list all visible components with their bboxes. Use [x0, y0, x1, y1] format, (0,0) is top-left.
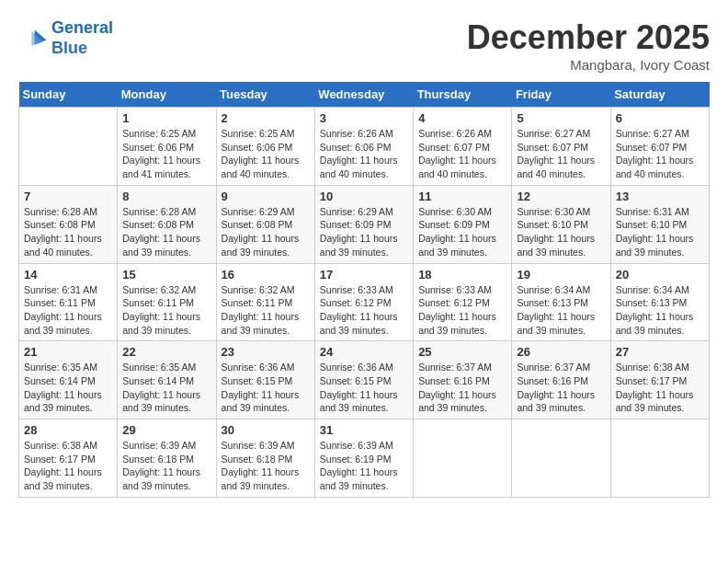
calendar-cell: 20Sunrise: 6:34 AM Sunset: 6:13 PM Dayli…	[610, 263, 709, 341]
day-info: Sunrise: 6:30 AM Sunset: 6:09 PM Dayligh…	[418, 205, 506, 259]
weekday-header: Thursday	[414, 82, 512, 108]
calendar-cell: 24Sunrise: 6:36 AM Sunset: 6:15 PM Dayli…	[314, 341, 413, 419]
calendar-cell: 18Sunrise: 6:33 AM Sunset: 6:12 PM Dayli…	[414, 263, 512, 341]
day-number: 6	[616, 111, 704, 125]
day-number: 25	[418, 345, 506, 359]
day-info: Sunrise: 6:30 AM Sunset: 6:10 PM Dayligh…	[517, 205, 605, 259]
calendar-cell: 7Sunrise: 6:28 AM Sunset: 6:08 PM Daylig…	[19, 185, 118, 263]
day-info: Sunrise: 6:26 AM Sunset: 6:06 PM Dayligh…	[320, 127, 408, 181]
calendar-cell	[414, 419, 512, 498]
calendar-week-row: 28Sunrise: 6:38 AM Sunset: 6:17 PM Dayli…	[19, 419, 710, 498]
logo: General Blue	[18, 18, 113, 58]
month-title: December 2025	[467, 18, 710, 57]
day-number: 26	[517, 345, 605, 359]
calendar-cell: 16Sunrise: 6:32 AM Sunset: 6:11 PM Dayli…	[216, 263, 314, 341]
calendar-cell: 21Sunrise: 6:35 AM Sunset: 6:14 PM Dayli…	[19, 341, 118, 419]
logo-icon	[18, 24, 48, 53]
calendar-cell: 2Sunrise: 6:25 AM Sunset: 6:06 PM Daylig…	[216, 108, 314, 186]
day-info: Sunrise: 6:32 AM Sunset: 6:11 PM Dayligh…	[222, 283, 310, 338]
weekday-header: Monday	[118, 82, 216, 108]
calendar-cell: 6Sunrise: 6:27 AM Sunset: 6:07 PM Daylig…	[610, 108, 709, 186]
day-info: Sunrise: 6:28 AM Sunset: 6:08 PM Dayligh…	[24, 205, 112, 259]
day-number: 29	[122, 423, 210, 437]
day-info: Sunrise: 6:31 AM Sunset: 6:10 PM Dayligh…	[616, 205, 704, 259]
calendar-cell	[610, 419, 709, 498]
day-number: 10	[320, 190, 408, 203]
day-number: 30	[222, 423, 310, 437]
page-header: General Blue December 2025 Mangbara, Ivo…	[18, 18, 710, 73]
calendar-cell: 22Sunrise: 6:35 AM Sunset: 6:14 PM Dayli…	[118, 341, 216, 419]
weekday-header: Tuesday	[216, 82, 314, 108]
calendar-week-row: 21Sunrise: 6:35 AM Sunset: 6:14 PM Dayli…	[19, 341, 710, 419]
weekday-row: SundayMondayTuesdayWednesdayThursdayFrid…	[19, 82, 710, 108]
day-number: 11	[418, 190, 506, 203]
day-number: 22	[122, 345, 210, 359]
calendar-cell: 1Sunrise: 6:25 AM Sunset: 6:06 PM Daylig…	[118, 108, 216, 186]
calendar-cell: 4Sunrise: 6:26 AM Sunset: 6:07 PM Daylig…	[414, 108, 512, 186]
day-number: 18	[418, 268, 506, 282]
calendar-week-row: 7Sunrise: 6:28 AM Sunset: 6:08 PM Daylig…	[19, 185, 710, 263]
weekday-header: Saturday	[610, 82, 709, 108]
day-info: Sunrise: 6:25 AM Sunset: 6:06 PM Dayligh…	[222, 127, 310, 181]
calendar-cell: 15Sunrise: 6:32 AM Sunset: 6:11 PM Dayli…	[118, 263, 216, 341]
day-number: 23	[222, 345, 310, 359]
day-info: Sunrise: 6:29 AM Sunset: 6:08 PM Dayligh…	[222, 205, 310, 259]
calendar-cell: 31Sunrise: 6:39 AM Sunset: 6:19 PM Dayli…	[314, 419, 413, 498]
calendar-cell: 26Sunrise: 6:37 AM Sunset: 6:16 PM Dayli…	[512, 341, 610, 419]
day-number: 7	[24, 190, 112, 203]
day-number: 27	[616, 345, 704, 359]
calendar-cell: 25Sunrise: 6:37 AM Sunset: 6:16 PM Dayli…	[414, 341, 512, 419]
day-number: 16	[222, 268, 310, 282]
day-number: 19	[517, 268, 605, 282]
day-info: Sunrise: 6:32 AM Sunset: 6:11 PM Dayligh…	[122, 283, 210, 338]
day-number: 12	[517, 190, 605, 203]
calendar-cell: 30Sunrise: 6:39 AM Sunset: 6:18 PM Dayli…	[216, 419, 314, 498]
day-number: 4	[418, 111, 506, 125]
day-number: 20	[616, 268, 704, 282]
day-number: 1	[122, 111, 210, 125]
day-info: Sunrise: 6:33 AM Sunset: 6:12 PM Dayligh…	[320, 283, 408, 338]
day-number: 9	[222, 190, 310, 203]
calendar-cell	[512, 419, 610, 498]
calendar-cell: 12Sunrise: 6:30 AM Sunset: 6:10 PM Dayli…	[512, 185, 610, 263]
title-block: December 2025 Mangbara, Ivory Coast	[467, 18, 710, 73]
calendar-cell: 3Sunrise: 6:26 AM Sunset: 6:06 PM Daylig…	[314, 108, 413, 186]
calendar-cell: 13Sunrise: 6:31 AM Sunset: 6:10 PM Dayli…	[610, 185, 709, 263]
day-info: Sunrise: 6:36 AM Sunset: 6:15 PM Dayligh…	[320, 361, 408, 415]
weekday-header: Sunday	[19, 82, 118, 108]
calendar-cell: 5Sunrise: 6:27 AM Sunset: 6:07 PM Daylig…	[512, 108, 610, 186]
calendar-week-row: 14Sunrise: 6:31 AM Sunset: 6:11 PM Dayli…	[19, 263, 710, 341]
day-info: Sunrise: 6:37 AM Sunset: 6:16 PM Dayligh…	[418, 361, 506, 415]
day-info: Sunrise: 6:37 AM Sunset: 6:16 PM Dayligh…	[517, 361, 605, 415]
day-info: Sunrise: 6:27 AM Sunset: 6:07 PM Dayligh…	[616, 127, 704, 181]
day-number: 24	[320, 345, 408, 359]
calendar-cell: 14Sunrise: 6:31 AM Sunset: 6:11 PM Dayli…	[19, 263, 118, 341]
day-info: Sunrise: 6:39 AM Sunset: 6:18 PM Dayligh…	[222, 439, 310, 493]
day-info: Sunrise: 6:27 AM Sunset: 6:07 PM Dayligh…	[517, 127, 605, 181]
day-info: Sunrise: 6:34 AM Sunset: 6:13 PM Dayligh…	[517, 283, 605, 338]
calendar-table: SundayMondayTuesdayWednesdayThursdayFrid…	[18, 82, 710, 498]
day-info: Sunrise: 6:38 AM Sunset: 6:17 PM Dayligh…	[616, 361, 704, 415]
day-number: 3	[320, 111, 408, 125]
calendar-cell: 17Sunrise: 6:33 AM Sunset: 6:12 PM Dayli…	[314, 263, 413, 341]
day-number: 13	[616, 190, 704, 203]
day-number: 5	[517, 111, 605, 125]
location: Mangbara, Ivory Coast	[467, 57, 710, 73]
day-number: 2	[222, 111, 310, 125]
day-number: 15	[122, 268, 210, 282]
calendar-week-row: 1Sunrise: 6:25 AM Sunset: 6:06 PM Daylig…	[19, 108, 710, 186]
calendar-cell: 27Sunrise: 6:38 AM Sunset: 6:17 PM Dayli…	[610, 341, 709, 419]
weekday-header: Wednesday	[314, 82, 413, 108]
calendar-cell: 28Sunrise: 6:38 AM Sunset: 6:17 PM Dayli…	[19, 419, 118, 498]
day-number: 8	[122, 190, 210, 203]
calendar-cell: 29Sunrise: 6:39 AM Sunset: 6:18 PM Dayli…	[118, 419, 216, 498]
day-info: Sunrise: 6:29 AM Sunset: 6:09 PM Dayligh…	[320, 205, 408, 259]
day-info: Sunrise: 6:25 AM Sunset: 6:06 PM Dayligh…	[122, 127, 210, 181]
day-info: Sunrise: 6:39 AM Sunset: 6:19 PM Dayligh…	[320, 439, 408, 493]
day-info: Sunrise: 6:36 AM Sunset: 6:15 PM Dayligh…	[222, 361, 310, 415]
day-info: Sunrise: 6:35 AM Sunset: 6:14 PM Dayligh…	[24, 361, 112, 415]
calendar-cell	[19, 108, 118, 186]
calendar-cell: 9Sunrise: 6:29 AM Sunset: 6:08 PM Daylig…	[216, 185, 314, 263]
day-info: Sunrise: 6:28 AM Sunset: 6:08 PM Dayligh…	[122, 205, 210, 259]
calendar-cell: 8Sunrise: 6:28 AM Sunset: 6:08 PM Daylig…	[118, 185, 216, 263]
